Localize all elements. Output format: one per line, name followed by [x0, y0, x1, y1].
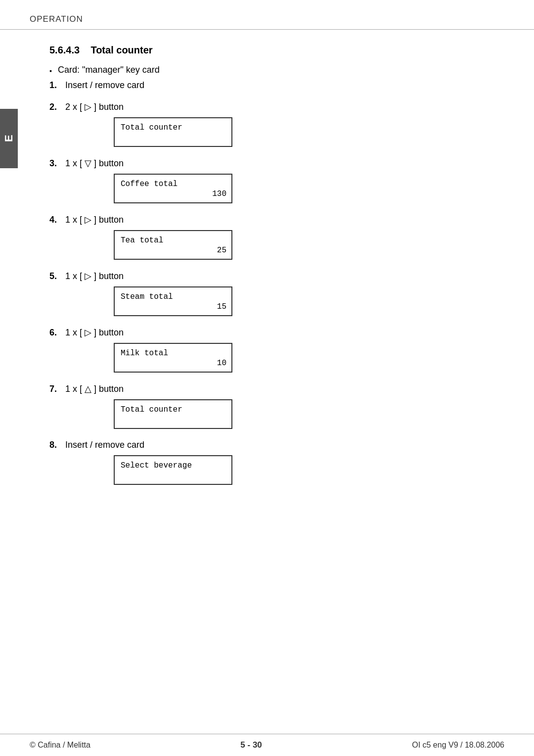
section-number: 5.6.4.3	[49, 45, 80, 55]
step-5-text: 1 x [ ▷ ] button	[65, 271, 124, 282]
step-2-display: Total counter	[114, 117, 232, 147]
step-7-display-label: Total counter	[121, 405, 182, 414]
step-7-number: 7.	[49, 384, 65, 394]
step-7-text: 1 x [ △ ] button	[65, 383, 124, 394]
step-4-display: Tea total 25	[114, 230, 232, 260]
footer-right: OI c5 eng V9 / 18.08.2006	[412, 741, 504, 750]
step-6-text: 1 x [ ▷ ] button	[65, 327, 124, 338]
bullet-text: Card: "manager" key card	[58, 65, 160, 75]
main-content: 5.6.4.3 Total counter ▪ Card: "manager" …	[0, 45, 534, 485]
bullet-item: ▪ Card: "manager" key card	[49, 65, 504, 75]
step-8: 8. Insert / remove card Select beverage	[49, 440, 504, 485]
step-6-display-value: 10	[217, 359, 226, 368]
step-3-text: 1 x [ ▽ ] button	[65, 158, 124, 169]
page-footer: © Cafina / Melitta 5 - 30 OI c5 eng V9 /…	[0, 734, 534, 756]
step-5-display-value: 15	[217, 302, 226, 311]
side-tab-e: E	[0, 109, 18, 168]
section-title: 5.6.4.3 Total counter	[49, 45, 504, 56]
step-3: 3. 1 x [ ▽ ] button Coffee total 130	[49, 158, 504, 203]
step-6-display-label: Milk total	[121, 349, 168, 358]
step-2-number: 2.	[49, 102, 65, 112]
step-8-display-label: Select beverage	[121, 461, 192, 470]
footer-left: © Cafina / Melitta	[30, 741, 90, 750]
step-7-display: Total counter	[114, 399, 232, 429]
step-4-number: 4.	[49, 215, 65, 225]
step-5: 5. 1 x [ ▷ ] button Steam total 15	[49, 271, 504, 316]
step-3-display-value: 130	[212, 189, 226, 198]
step-3-display: Coffee total 130	[114, 174, 232, 203]
step-5-display-label: Steam total	[121, 292, 173, 301]
step-6-number: 6.	[49, 328, 65, 338]
step-5-display: Steam total 15	[114, 286, 232, 316]
step-8-text: Insert / remove card	[65, 440, 144, 450]
step-2: 2. 2 x [ ▷ ] button Total counter	[49, 101, 504, 147]
bullet-icon: ▪	[49, 67, 52, 75]
section-label: Operation	[30, 14, 83, 24]
step-4-display-label: Tea total	[121, 236, 163, 245]
footer-center: 5 - 30	[240, 740, 262, 750]
step-1: 1. Insert / remove card	[49, 80, 504, 91]
step-2-text: 2 x [ ▷ ] button	[65, 101, 124, 112]
step-5-number: 5.	[49, 271, 65, 282]
step-1-number: 1.	[49, 80, 65, 91]
step-4-display-value: 25	[217, 246, 226, 255]
step-1-text: Insert / remove card	[65, 80, 144, 91]
step-4: 4. 1 x [ ▷ ] button Tea total 25	[49, 214, 504, 260]
step-6: 6. 1 x [ ▷ ] button Milk total 10	[49, 327, 504, 373]
step-3-number: 3.	[49, 158, 65, 169]
step-2-display-label: Total counter	[121, 123, 182, 132]
page-header: Operation	[0, 0, 534, 30]
step-3-display-label: Coffee total	[121, 180, 178, 189]
step-8-display: Select beverage	[114, 455, 232, 485]
section-heading: Total counter	[90, 45, 152, 55]
step-8-number: 8.	[49, 440, 65, 450]
step-6-display: Milk total 10	[114, 343, 232, 373]
step-7: 7. 1 x [ △ ] button Total counter	[49, 383, 504, 429]
step-4-text: 1 x [ ▷ ] button	[65, 214, 124, 225]
